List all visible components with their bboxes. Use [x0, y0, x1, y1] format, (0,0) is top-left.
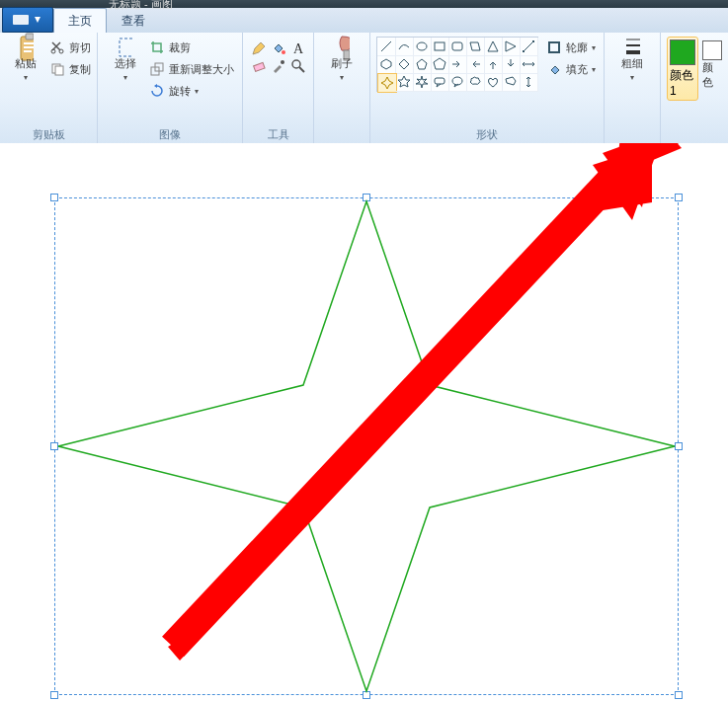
title-bar: 无标题 - 画图: [0, 0, 728, 8]
svg-marker-25: [488, 41, 498, 51]
tab-view-label: 查看: [121, 13, 145, 30]
brush-icon: [334, 39, 350, 55]
app-menu-button[interactable]: [2, 7, 53, 33]
chevron-down-icon: ▾: [592, 43, 596, 52]
group-clipboard-label: 剪贴板: [6, 125, 91, 143]
color1-swatch: [670, 39, 695, 65]
group-tools-label: 工具: [249, 125, 307, 143]
svg-marker-48: [614, 143, 684, 183]
svg-rect-5: [24, 50, 32, 52]
svg-line-27: [524, 41, 533, 51]
color2-button[interactable]: 颜色: [702, 37, 722, 90]
svg-rect-38: [435, 78, 445, 84]
group-shapes: 轮廓 ▾ 填充 ▾ 形状: [370, 33, 605, 143]
chevron-down-icon: ▾: [195, 87, 199, 96]
svg-marker-35: [381, 77, 393, 89]
cut-button[interactable]: 剪切: [47, 39, 93, 56]
svg-point-16: [281, 60, 284, 64]
svg-rect-15: [253, 62, 264, 71]
svg-point-39: [452, 77, 462, 85]
fill-icon: [546, 61, 562, 77]
group-colors: 颜色 1 颜色: [661, 33, 728, 143]
group-shapes-label: 形状: [376, 125, 598, 143]
svg-marker-47: [622, 143, 682, 173]
selection-icon: [118, 39, 133, 55]
copy-icon: [49, 61, 65, 77]
clipboard-icon: [18, 39, 34, 55]
shape-gallery[interactable]: [376, 37, 538, 92]
svg-rect-23: [452, 42, 462, 50]
svg-rect-9: [55, 66, 63, 75]
svg-point-13: [282, 50, 285, 54]
svg-marker-31: [399, 59, 409, 69]
tab-view[interactable]: 查看: [107, 8, 160, 33]
svg-point-7: [59, 49, 63, 53]
picker-tool[interactable]: [271, 58, 286, 74]
ribbon-tabstrip: 主页 查看: [0, 8, 728, 33]
select-button[interactable]: 选择▾: [104, 37, 147, 87]
group-size: 粗细▾: [605, 33, 661, 143]
shape-four-point-star[interactable]: [377, 73, 397, 93]
crop-button[interactable]: 裁剪: [147, 39, 236, 56]
svg-marker-30: [381, 59, 391, 69]
svg-rect-0: [13, 15, 29, 25]
svg-marker-24: [470, 42, 480, 50]
svg-marker-37: [416, 76, 428, 88]
tab-home-label: 主页: [68, 13, 92, 30]
paste-button[interactable]: 粘贴▾: [4, 37, 47, 87]
outline-button[interactable]: 轮廓 ▾: [544, 39, 598, 56]
size-button[interactable]: 粗细▾: [610, 37, 654, 87]
brush-button[interactable]: 刷子▾: [320, 37, 364, 87]
resize-icon: [149, 61, 165, 77]
svg-marker-33: [434, 58, 445, 69]
svg-line-20: [381, 41, 391, 51]
group-image: 选择▾ 裁剪 重新调整大小 旋转 ▾ 图像: [98, 33, 243, 143]
four-point-star-shape: [54, 197, 679, 695]
zoom-tool[interactable]: [290, 58, 306, 74]
selection-box[interactable]: [54, 197, 679, 695]
svg-marker-36: [398, 76, 410, 87]
group-image-label: 图像: [104, 125, 236, 143]
fill-tool[interactable]: [271, 40, 286, 56]
copy-button[interactable]: 复制: [47, 60, 93, 78]
resize-button[interactable]: 重新调整大小: [147, 60, 236, 78]
svg-rect-29: [532, 40, 534, 42]
chevron-down-icon: ▾: [340, 73, 344, 82]
outline-icon: [546, 39, 562, 55]
rotate-button[interactable]: 旋转 ▾: [147, 82, 236, 100]
crop-icon: [149, 39, 165, 55]
svg-rect-10: [120, 39, 133, 56]
svg-point-21: [417, 42, 427, 50]
group-brush: 刷子▾: [314, 33, 370, 143]
canvas-area[interactable]: [0, 143, 728, 702]
svg-text:A: A: [293, 41, 304, 56]
eraser-tool[interactable]: [251, 58, 267, 74]
svg-rect-41: [549, 42, 559, 52]
chevron-down-icon: ▾: [24, 73, 28, 82]
svg-rect-2: [26, 34, 34, 39]
group-clipboard: 粘贴▾ 剪切 复制 剪贴板: [0, 33, 98, 143]
fill-button[interactable]: 填充 ▾: [544, 60, 598, 78]
chevron-down-icon: ▾: [123, 73, 127, 82]
rotate-icon: [149, 83, 165, 99]
ribbon: 粘贴▾ 剪切 复制 剪贴板: [0, 33, 728, 144]
scissors-icon: [49, 39, 65, 55]
group-tools: A 工具: [243, 33, 314, 143]
color1-button[interactable]: 颜色 1: [667, 37, 698, 101]
window-title: 无标题 - 画图: [109, 0, 173, 8]
svg-rect-4: [24, 46, 34, 48]
paint-window: 无标题 - 画图 主页 查看 粘贴▾ 剪切: [0, 0, 728, 702]
chevron-down-icon: ▾: [592, 65, 596, 74]
svg-marker-32: [417, 59, 427, 69]
color2-swatch: [702, 40, 722, 60]
chevron-down-icon: ▾: [630, 73, 634, 82]
tab-home[interactable]: 主页: [53, 8, 107, 33]
size-icon: [624, 39, 640, 55]
paste-label: 粘贴: [15, 57, 37, 69]
text-tool[interactable]: A: [290, 40, 306, 56]
svg-point-17: [292, 60, 300, 68]
svg-line-18: [299, 67, 304, 72]
svg-marker-45: [58, 201, 675, 691]
svg-rect-3: [24, 42, 34, 44]
pencil-tool[interactable]: [251, 40, 267, 56]
